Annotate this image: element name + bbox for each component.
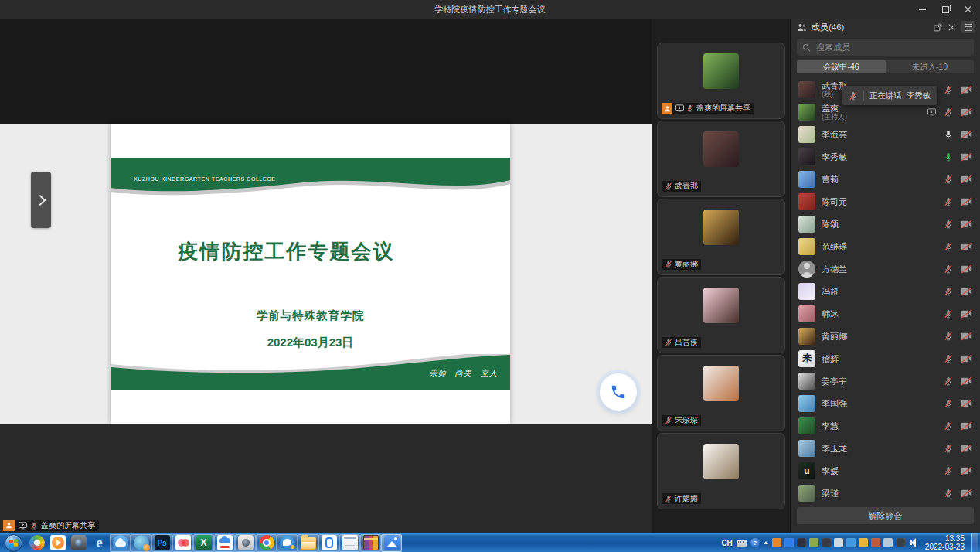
language-indicator[interactable]: CH (721, 539, 732, 547)
taskbar-chrome-icon[interactable] (256, 534, 277, 552)
close-button[interactable] (957, 0, 980, 19)
slide-next-button[interactable] (31, 172, 51, 228)
taskbar-contacts-globe-icon[interactable] (131, 534, 151, 552)
camera-off-icon[interactable] (961, 242, 972, 251)
taskbar-media-player-icon[interactable] (47, 534, 68, 552)
unmute-button[interactable]: 解除静音 (797, 507, 974, 524)
taskbar-camera-app-icon[interactable] (235, 534, 256, 552)
mic-icon[interactable] (944, 466, 953, 475)
member-row[interactable]: 方德兰 (791, 257, 980, 280)
camera-off-icon[interactable] (961, 354, 972, 363)
camera-off-icon[interactable] (961, 287, 972, 296)
mic-icon[interactable] (944, 444, 953, 453)
video-thumbnail[interactable]: 宋琛琛 (657, 355, 785, 431)
mic-icon[interactable] (944, 332, 953, 341)
member-row[interactable]: 韩冰 (791, 302, 980, 325)
mic-icon[interactable] (944, 399, 953, 408)
tray-expand-icon[interactable] (764, 541, 768, 544)
mic-icon[interactable] (944, 242, 953, 251)
cloud-drive-icon[interactable] (846, 538, 856, 547)
folder-alert-icon[interactable] (871, 538, 880, 547)
member-row[interactable]: u 李媛 (791, 459, 980, 482)
taskbar-circles-app-icon[interactable] (172, 534, 193, 552)
member-row[interactable]: 李国强 (791, 392, 980, 414)
camera-off-icon[interactable] (961, 175, 972, 184)
camera-off-icon[interactable] (961, 107, 972, 117)
camera-off-icon[interactable] (961, 421, 972, 431)
mic-icon[interactable] (944, 85, 953, 94)
mic-icon[interactable] (944, 107, 953, 117)
video-thumbnail[interactable]: 黄丽娜 (657, 199, 785, 275)
mic-icon[interactable] (944, 354, 953, 363)
taskbar-weiyun-icon[interactable] (214, 534, 235, 552)
call-button[interactable] (600, 373, 637, 411)
mic-icon[interactable] (944, 264, 953, 274)
mic-icon[interactable] (944, 377, 953, 386)
mic-icon[interactable] (944, 130, 953, 139)
network-clock-icon[interactable] (896, 538, 905, 547)
member-row[interactable]: 李玉龙 (791, 437, 980, 459)
taskbar-screen-recorder-icon[interactable] (68, 534, 89, 552)
mic-icon[interactable] (944, 220, 953, 229)
camera-off-icon[interactable] (961, 377, 972, 386)
member-row[interactable]: 冯超 (791, 280, 980, 302)
tab-in-meeting[interactable]: 会议中-46 (797, 60, 886, 73)
video-thumbnail[interactable]: 许媚媚 (657, 433, 785, 509)
psd-badge-icon[interactable] (797, 538, 806, 547)
keyboard-icon[interactable] (737, 540, 747, 547)
camera-off-icon[interactable] (961, 197, 972, 206)
camera-off-icon[interactable] (961, 130, 972, 139)
mic-icon[interactable] (944, 421, 953, 431)
member-row[interactable]: 李慧 (791, 414, 980, 437)
taskbar-notepad-icon[interactable] (339, 534, 360, 552)
tray-clock[interactable]: 13:35 2022-03-23 (922, 534, 968, 551)
taskbar-internet-explorer-icon[interactable]: e (89, 534, 110, 552)
camera-off-icon[interactable] (961, 399, 972, 408)
taskbar-phone-mirror-icon[interactable] (318, 534, 339, 552)
mic-icon[interactable] (944, 309, 953, 319)
taskbar-excel-icon[interactable]: X (193, 534, 214, 552)
refresh-icon[interactable] (883, 538, 893, 547)
updater-icon[interactable] (772, 538, 781, 547)
camera-off-icon[interactable] (961, 152, 972, 162)
show-desktop-button[interactable] (971, 533, 978, 552)
start-button[interactable] (0, 533, 26, 552)
camera-off-icon[interactable] (961, 489, 972, 498)
camera-off-icon[interactable] (961, 309, 972, 319)
taskbar-winrar-icon[interactable] (360, 534, 381, 552)
minimize-button[interactable] (910, 0, 934, 19)
video-thumbnail[interactable]: 盖爽的屏幕共享 (657, 43, 785, 119)
video-thumbnail[interactable]: 吕言侠 (657, 277, 785, 353)
mic-icon[interactable] (944, 287, 953, 296)
member-row[interactable]: 李海芸 (791, 123, 980, 145)
taskbar-file-explorer-icon[interactable] (298, 534, 318, 552)
usb-device-icon[interactable] (809, 538, 818, 547)
w-app-icon[interactable] (822, 538, 831, 547)
close-panel-icon[interactable] (948, 24, 955, 31)
video-thumbnail[interactable]: 武青那 (657, 121, 785, 197)
taskbar-photoshop-icon[interactable]: Ps (151, 534, 172, 552)
member-search[interactable] (797, 39, 974, 56)
popout-panel-icon[interactable] (934, 23, 942, 32)
taskbar-photos-app-icon[interactable] (381, 534, 402, 552)
taskbar-360-browser-icon[interactable] (26, 534, 47, 552)
member-row[interactable]: 来 稽辉 (791, 347, 980, 370)
mic-icon[interactable] (944, 197, 953, 206)
member-row[interactable]: 黄丽娜 (791, 325, 980, 347)
help-icon[interactable] (750, 538, 760, 547)
mic-icon[interactable] (944, 175, 953, 184)
camera-off-icon[interactable] (961, 85, 972, 94)
camera-off-icon[interactable] (961, 466, 972, 475)
member-row[interactable]: 姜亭宇 (791, 370, 980, 392)
volume-icon[interactable] (909, 538, 918, 547)
camera-off-icon[interactable] (961, 264, 972, 274)
user-security-icon[interactable] (859, 538, 868, 547)
member-row[interactable]: 陈司元 (791, 190, 980, 213)
tab-not-joined[interactable]: 未进入-10 (886, 60, 975, 73)
taskbar-qq-icon[interactable] (277, 534, 298, 552)
camera-off-icon[interactable] (961, 220, 972, 229)
member-row[interactable]: 李秀敏 (791, 145, 980, 168)
restore-button[interactable] (934, 0, 957, 19)
camera-off-icon[interactable] (961, 332, 972, 341)
input-method-icon[interactable] (784, 538, 794, 547)
